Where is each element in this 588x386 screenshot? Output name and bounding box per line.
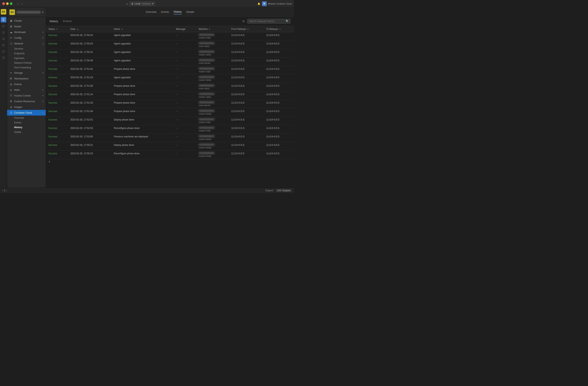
namespaces-icon: ⚙ [9,77,13,80]
sidebar-subitem-overview[interactable]: Overview [7,116,46,120]
rail-avatar[interactable]: SA [1,9,6,15]
ldk-badge[interactable]: LDK: Stopped [276,189,292,192]
sidebar-subitem-ingresses[interactable]: Ingresses [7,56,46,61]
cell-name: Deploy phase done [111,142,173,150]
cell-status: Success [46,74,68,83]
sidebar-subitem-history[interactable]: History [7,125,46,130]
table-row[interactable]: Success 2023-02-20, 17:50:31 Agent upgra… [46,49,294,58]
cell-status: Success [46,83,68,91]
sidebar-item-events[interactable]: ◎ Events [7,81,46,87]
table-row[interactable]: Success 2023-02-20, 17:50:49 Agent upgra… [46,58,294,66]
table-row[interactable]: Success 2023-02-20, 17:52:51 Deploy phas… [46,117,294,125]
titlebar-right: 🔔 M Mirantis Container Cloud [257,1,292,6]
table-row[interactable]: Success 2023-02-20, 17:50:16 Agent upgra… [46,32,294,41]
sidebar-subitem-services[interactable]: Services [7,46,46,51]
sidebar-item-label-nodes: Nodes [14,25,43,28]
chevron-down-icon: ▾ [42,95,43,97]
table-row[interactable]: Success 2023-02-20, 17:51:06 Prepare pha… [46,83,294,91]
sidebar-subitem-events[interactable]: Events [7,120,46,125]
cluster-icon: ◉ [9,19,13,22]
sidebar-subitem-endpoints[interactable]: Endpoints [7,51,46,56]
chevron-down-icon: ▾ [152,2,153,5]
col-machine[interactable]: Machine ▾ [196,26,229,32]
add-button[interactable]: + [46,159,53,165]
col-from-release[interactable]: From Release ▾ [229,26,264,32]
sidebar-subitem-port-forwarding[interactable]: Port Forwarding [7,65,46,70]
nav-gear-icon[interactable]: ▾ [42,11,43,14]
minimize-button[interactable] [6,2,9,5]
tab-details[interactable]: Details [186,10,194,14]
sidebar-item-access-control[interactable]: 🛡 Access Control ▾ [7,93,46,98]
tab-events[interactable]: Events [161,10,169,14]
forward-button[interactable]: › [21,1,24,6]
sidebar-item-custom-resources[interactable]: ⚙ Custom Resources ▾ [7,98,46,104]
cell-status: Success [46,142,68,150]
sidebar-item-nodes[interactable]: ⊞ Nodes [7,23,46,29]
sidebar-item-cluster[interactable]: ◉ Cluster [7,18,46,23]
table-row[interactable]: Success 2023-02-20, 17:55:21 Deploy phas… [46,142,294,150]
back-button[interactable]: ‹ [16,1,20,6]
table-row[interactable]: Success 2023-02-20, 17:51:03 Agent upgra… [46,74,294,83]
table-header-row: Status ▾ Date ▲ Name ▾ Message Machine ▾… [46,26,294,32]
table-row[interactable]: Success 2023-02-20, 17:51:01 Prepare pha… [46,66,294,74]
tab-history[interactable]: History [174,9,182,14]
sidebar-subitem-network-policies[interactable]: Network Policies [7,61,46,65]
support-link[interactable]: Support [265,189,273,192]
rail-item-4[interactable]: ◻ [1,42,6,47]
rail-item-2[interactable]: ◻ [1,29,6,35]
table-row[interactable]: Success 2023-02-20, 17:51:14 Prepare pha… [46,91,294,100]
top-tabs: Overview Events History Details [46,7,294,17]
local-selector[interactable]: 🖥 Local ●●●●●●●● ▾ [129,1,155,6]
cell-date: 2023-02-20, 17:55:23 [68,150,111,159]
table-row[interactable]: Success 2023-02-20, 17:51:33 Prepare pha… [46,100,294,108]
refresh-button[interactable]: ↻ [242,20,245,23]
close-button[interactable] [2,2,5,5]
rail-item-3[interactable]: ◻ [1,36,6,41]
sidebar-item-label-helm: Helm [14,89,41,91]
cell-name: Agent upgraded [111,32,173,41]
rail-item-6[interactable]: ◻ [1,55,6,60]
images-icon: ◎ [9,106,13,108]
table-row[interactable]: Success 2023-02-20, 17:53:50 Previous ma… [46,134,294,142]
col-to-release[interactable]: To Release ▾ [264,26,294,32]
col-message[interactable]: Message [173,26,196,32]
search-input[interactable] [249,20,285,22]
cell-from-release: 11.5.0+3.5.5 [229,100,264,108]
col-name[interactable]: Name ▾ [111,26,173,32]
sidebar-subitem-details[interactable]: Details [7,130,46,134]
bell-icon[interactable]: 🔔 [257,2,260,5]
table-row[interactable]: Success 2023-02-20, 17:50:23 Agent upgra… [46,41,294,49]
sidebar-item-images[interactable]: ◎ Images [7,104,46,110]
maximize-button[interactable] [10,2,12,5]
mirantis-logo: M Mirantis Container Cloud [262,1,292,6]
prev-page-button[interactable]: ‹ [2,189,3,192]
col-status[interactable]: Status ▾ [46,26,68,32]
cell-from-release: 11.5.0+3.5.5 [229,150,264,159]
rail-list-icon[interactable]: ☰ [1,17,6,22]
sidebar-item-namespaces[interactable]: ⚙ Namespaces [7,76,46,81]
table-row[interactable]: Success 2023-02-20, 17:55:23 Reconfigure… [46,150,294,159]
sidebar-item-storage[interactable]: ≡ Storage ▾ [7,70,46,76]
cell-status: Success [46,100,68,108]
cell-from-release: 11.5.0+3.5.5 [229,125,264,134]
cell-to-release: 11.6.0+3.5.5 [264,91,294,100]
sidebar-item-workloads[interactable]: ☁ Workloads ▾ [7,29,46,35]
next-page-button[interactable]: › [6,189,7,192]
chevron-down-icon: ▾ [42,89,43,91]
rail-item-1[interactable]: ◻ [1,23,6,29]
sidebar-item-helm[interactable]: ⎈ Helm ▾ [7,87,46,93]
cell-from-release: 11.5.0+3.5.5 [229,108,264,117]
col-date[interactable]: Date ▲ [68,26,111,32]
filter-icon: ▾ [122,28,123,30]
cell-to-release: 11.6.0+3.5.5 [264,108,294,117]
table-row[interactable]: Success 2023-02-20, 17:51:44 Prepare pha… [46,108,294,117]
tab-overview[interactable]: Overview [146,10,156,14]
sidebar-item-config[interactable]: ≡ Config ▾ [7,35,46,41]
rail-item-5[interactable]: ◻ [1,48,6,54]
sidebar-item-container-cloud[interactable]: ⬡ Container Cloud ▴ [7,110,46,116]
chevron-down-icon: ▾ [42,72,43,74]
cell-name: Reconfigure phase done [111,125,173,134]
sidebar-item-network[interactable]: ⬡ Network ▴ [7,41,46,46]
cell-date: 2023-02-20, 17:52:53 [68,125,111,134]
table-row[interactable]: Success 2023-02-20, 17:52:53 Reconfigure… [46,125,294,134]
